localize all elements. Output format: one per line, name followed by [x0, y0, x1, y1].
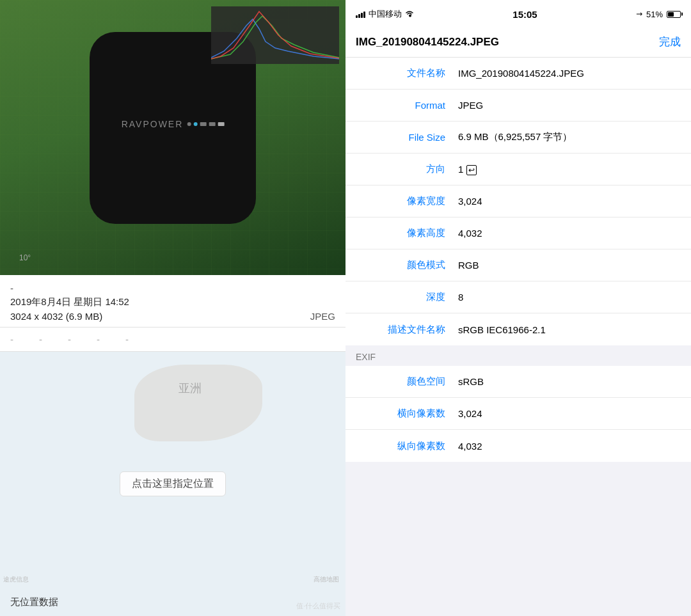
battery-percent: 51%: [646, 10, 663, 19]
device-dots: [187, 122, 224, 126]
signal-bar-3: [361, 13, 363, 18]
device-text: RAVPOWER: [122, 119, 225, 129]
label-filename: 文件名称: [356, 67, 458, 79]
value-color-space: sRGB: [458, 376, 484, 387]
wifi-icon: [405, 10, 414, 19]
dot3: [200, 122, 206, 126]
battery-icon: [667, 11, 681, 18]
dot5: [218, 122, 224, 126]
dash-5: -: [125, 334, 129, 345]
exif-rows: 颜色空间 sRGB 横向像素数 3,024 纵向像素数 4,032: [346, 366, 691, 462]
histogram-overlay: [211, 6, 339, 64]
dash-2: -: [39, 334, 42, 345]
label-vertical-pixels: 纵向像素数: [356, 440, 458, 452]
row-filename: 文件名称 IMG_20190804145224.JPEG: [346, 58, 691, 90]
battery-fill: [668, 12, 674, 17]
info-dimensions: 3024 x 4032 (6.9 MB): [10, 311, 102, 322]
signal-bars: [356, 10, 365, 18]
value-profile-name: sRGB IEC61966-2.1: [458, 324, 546, 335]
location-arrow-icon: ↗: [633, 9, 644, 20]
row-depth: 深度 8: [346, 281, 691, 313]
signal-bar-2: [358, 14, 360, 18]
label-pixel-height: 像素高度: [356, 227, 458, 239]
dashes-row: - - - - -: [0, 328, 346, 352]
status-left: 中国移动: [356, 8, 414, 20]
label-color-mode: 颜色模式: [356, 259, 458, 271]
info-format: JPEG: [310, 311, 335, 322]
dot1: [187, 122, 191, 126]
map-credit-left: 途虎信息: [3, 575, 29, 584]
done-button[interactable]: 完成: [659, 35, 681, 49]
dot2: [193, 122, 197, 126]
row-format: Format JPEG: [346, 90, 691, 122]
value-vertical-pixels: 4,032: [458, 441, 482, 452]
value-format: JPEG: [458, 100, 483, 111]
left-panel: RAVPOWER: [0, 0, 346, 616]
continent-shape: [134, 365, 262, 441]
label-profile-name: 描述文件名称: [356, 324, 458, 336]
value-filename: IMG_20190804145224.JPEG: [458, 68, 584, 79]
info-dash: -: [10, 283, 335, 294]
file-title: IMG_20190804145224.JPEG: [356, 36, 499, 49]
exif-section-header: EXIF: [346, 345, 691, 366]
value-pixel-width: 3,024: [458, 196, 482, 207]
info-date: 2019年8月4日 星期日 14:52: [10, 296, 335, 308]
value-color-mode: RGB: [458, 260, 479, 271]
info-section: - 2019年8月4日 星期日 14:52 3024 x 4032 (6.9 M…: [0, 275, 346, 328]
label-horizontal-pixels: 横向像素数: [356, 407, 458, 420]
status-bar: 中国移动 15:05 ↗ 51%: [346, 0, 691, 28]
label-color-space: 颜色空间: [356, 375, 458, 388]
value-orientation: 1 ↩: [458, 164, 477, 175]
dot4: [209, 122, 215, 126]
value-pixel-height: 4,032: [458, 228, 482, 239]
value-depth: 8: [458, 292, 463, 303]
info-size-row: 3024 x 4032 (6.9 MB) JPEG: [10, 311, 335, 322]
row-pixel-width: 像素宽度 3,024: [346, 186, 691, 217]
info-rows: 文件名称 IMG_20190804145224.JPEG Format JPEG…: [346, 58, 691, 345]
right-panel: 中国移动 15:05 ↗ 51% IMG_20190804145224.JPEG…: [346, 0, 691, 616]
row-orientation: 方向 1 ↩: [346, 154, 691, 186]
row-color-mode: 颜色模式 RGB: [346, 249, 691, 281]
value-horizontal-pixels: 3,024: [458, 408, 482, 419]
row-profile-name: 描述文件名称 sRGB IEC61966-2.1: [346, 313, 691, 345]
status-time: 15:05: [512, 9, 537, 20]
photo-background: RAVPOWER: [0, 0, 346, 275]
map-label-asia: 亚洲: [179, 381, 202, 396]
row-color-space: 颜色空间 sRGB: [346, 366, 691, 398]
row-filesize: File Size 6.9 MB（6,925,557 字节）: [346, 122, 691, 154]
row-horizontal-pixels: 横向像素数 3,024: [346, 398, 691, 430]
watermark: 值·什么值得买: [296, 601, 340, 611]
map-area[interactable]: 亚洲 点击这里指定位置 途虎信息 高德地图 无位置数据 值·什么值得买: [0, 352, 346, 616]
label-format: Format: [356, 100, 458, 111]
device-brand: RAVPOWER: [122, 119, 184, 129]
dash-3: -: [68, 334, 71, 345]
title-row: IMG_20190804145224.JPEG 完成: [346, 28, 691, 58]
photo-area: RAVPOWER: [0, 0, 346, 275]
status-right: ↗ 51%: [636, 10, 681, 19]
label-depth: 深度: [356, 291, 458, 303]
map-credit-right: 高德地图: [314, 575, 339, 584]
row-pixel-height: 像素高度 4,032: [346, 217, 691, 249]
no-location-label: 无位置数据: [10, 596, 58, 608]
signal-bar-1: [356, 15, 358, 18]
location-prompt[interactable]: 点击这里指定位置: [120, 471, 226, 496]
label-pixel-width: 像素宽度: [356, 195, 458, 207]
label-filesize: File Size: [356, 132, 458, 143]
degree-label: 10°: [19, 253, 31, 262]
carrier-label: 中国移动: [369, 8, 402, 20]
value-filesize: 6.9 MB（6,925,557 字节）: [458, 131, 572, 143]
label-orientation: 方向: [356, 163, 458, 175]
row-vertical-pixels: 纵向像素数 4,032: [346, 430, 691, 462]
dash-1: -: [10, 334, 13, 345]
dash-4: -: [97, 334, 100, 345]
signal-bar-4: [363, 12, 365, 18]
